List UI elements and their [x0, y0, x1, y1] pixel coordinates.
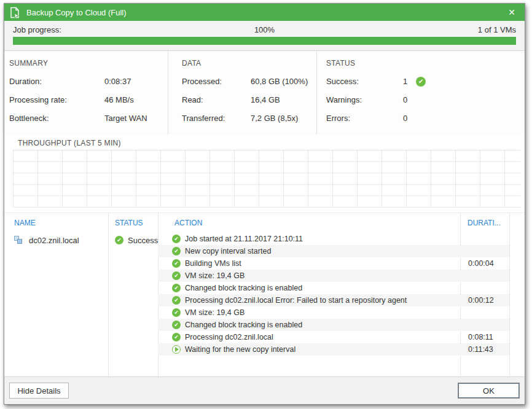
- success-check-icon: ✔: [172, 235, 181, 243]
- action-row[interactable]: ✔ New copy interval started: [158, 245, 509, 257]
- action-duration: 0:00:12: [460, 296, 509, 305]
- progress-bar-fill: [13, 37, 516, 45]
- summary-row-bottleneck: Bottleneck: Target WAN: [9, 114, 168, 123]
- data-row-processed: Processed: 60,8 GB (100%): [182, 77, 316, 86]
- data-row-read: Read: 16,4 GB: [182, 95, 316, 104]
- stats-panel: SUMMARY Duration: 0:08:37 Processing rat…: [4, 51, 525, 134]
- in-progress-icon: [172, 345, 181, 354]
- success-check-icon: ✔: [172, 308, 181, 317]
- action-row[interactable]: ✔ Changed block tracking is enabled: [158, 319, 509, 331]
- action-row[interactable]: ✔ VM size: 19,4 GB: [158, 306, 509, 319]
- data-heading: DATA: [182, 59, 316, 68]
- status-row-success: Success: 1 ✔: [326, 77, 525, 86]
- summary-row-processing-rate: Processing rate: 46 MB/s: [9, 95, 168, 104]
- data-section: DATA Processed: 60,8 GB (100%) Read: 16,…: [168, 51, 317, 134]
- status-section: STATUS Success: 1 ✔ Warnings: 0 Errors: …: [317, 51, 525, 134]
- vm-name: dc02.znil.local: [29, 236, 79, 245]
- success-check-icon: ✔: [115, 236, 123, 244]
- action-row[interactable]: ✔ Changed block tracking is enabled: [158, 282, 509, 294]
- data-row-transferred: Transferred: 7,2 GB (8,5x): [182, 114, 316, 123]
- summary-heading: SUMMARY: [9, 59, 168, 68]
- status-heading: STATUS: [326, 59, 525, 68]
- success-check-icon: ✔: [172, 259, 181, 268]
- ok-button[interactable]: OK: [458, 383, 520, 399]
- action-log: ✔ Job started at 21.11.2017 21:10:11 ✔ N…: [158, 233, 509, 356]
- success-check-icon: ✔: [172, 271, 181, 280]
- close-icon[interactable]: ✕: [504, 7, 519, 18]
- action-duration: 0:08:11: [460, 333, 509, 341]
- action-row[interactable]: ✔ Processing dc02.znil.local 0:08:11: [158, 331, 509, 343]
- progress-bar: [13, 37, 516, 45]
- job-progress-dialog: Backup Copy to Cloud (Full) ✕ Job progre…: [4, 3, 525, 405]
- vm-row[interactable]: dc02.znil.local: [14, 234, 79, 246]
- details-table: NAME STATUS ACTION DURATI... dc02.znil.l…: [4, 212, 525, 376]
- throughput-section: THROUGHPUT (LAST 5 MIN): [4, 134, 525, 208]
- status-row-warnings: Warnings: 0: [326, 95, 525, 104]
- throughput-chart: [13, 150, 520, 208]
- column-header-duration[interactable]: DURATI...: [467, 213, 501, 233]
- job-progress-vm-count: 1 of 1 VMs: [348, 25, 516, 34]
- vm-status-text: Success: [128, 236, 158, 245]
- vm-status-cell: ✔ Success: [115, 234, 158, 246]
- column-header-status[interactable]: STATUS: [115, 213, 143, 233]
- summary-section: SUMMARY Duration: 0:08:37 Processing rat…: [4, 51, 168, 134]
- hide-details-button[interactable]: Hide Details: [9, 383, 69, 399]
- success-check-icon: ✔: [172, 296, 181, 305]
- throughput-heading: THROUGHPUT (LAST 5 MIN): [18, 139, 525, 147]
- job-progress-percent: 100%: [181, 25, 348, 34]
- progress-strip: Job progress: 100% 1 of 1 VMs: [4, 21, 525, 51]
- status-row-errors: Errors: 0: [326, 114, 525, 123]
- backup-copy-icon: [10, 7, 20, 18]
- success-check-icon: ✔: [172, 247, 181, 255]
- column-header-action[interactable]: ACTION: [174, 213, 202, 233]
- action-row[interactable]: Waiting for the new copy interval 0:11:4…: [158, 343, 509, 356]
- summary-row-duration: Duration: 0:08:37: [9, 77, 168, 86]
- success-check-icon: ✔: [172, 284, 181, 292]
- footer-bar: Hide Details OK: [4, 376, 525, 404]
- action-duration: 0:00:04: [460, 259, 509, 268]
- job-progress-label: Job progress:: [13, 25, 181, 34]
- success-check-icon: ✔: [172, 321, 181, 329]
- action-duration: 0:11:43: [460, 345, 509, 354]
- titlebar: Backup Copy to Cloud (Full) ✕: [4, 4, 525, 21]
- action-row[interactable]: ✔ Processing dc02.znil.local Error: Fail…: [158, 294, 509, 306]
- column-header-name[interactable]: NAME: [14, 213, 36, 233]
- action-row[interactable]: ✔ Building VMs list 0:00:04: [158, 257, 509, 270]
- action-row[interactable]: ✔ VM size: 19,4 GB: [158, 270, 509, 282]
- column-divider: [509, 213, 510, 376]
- window-title: Backup Copy to Cloud (Full): [26, 8, 504, 17]
- action-row[interactable]: ✔ Job started at 21.11.2017 21:10:11: [158, 233, 509, 245]
- vm-icon: [14, 236, 24, 245]
- column-divider: [108, 213, 109, 376]
- success-check-icon: ✔: [172, 333, 181, 341]
- success-check-icon: ✔: [416, 77, 426, 87]
